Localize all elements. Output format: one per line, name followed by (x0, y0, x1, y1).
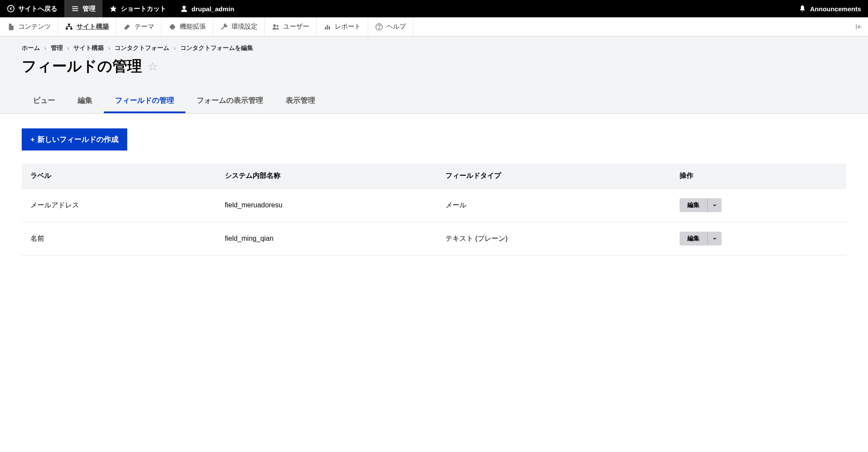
admin-configuration-label: 環境設定 (231, 23, 257, 31)
page-title-row: フィールドの管理 ☆ (22, 56, 846, 76)
content-region: + 新しいフィールドの作成 ラベル システム内部名称 フィールドタイプ 操作 メ… (0, 114, 868, 270)
shortcuts-label: ショートカット (121, 5, 166, 13)
admin-reports-label: レポート (335, 23, 361, 31)
breadcrumb-item[interactable]: コンタクトフォーム (115, 44, 169, 52)
cell-label: メールアドレス (22, 189, 216, 222)
star-icon (109, 5, 117, 13)
breadcrumb-separator: › (174, 45, 176, 52)
admin-people-label: ユーザー (283, 23, 309, 31)
help-icon (375, 23, 383, 31)
bell-icon (799, 5, 806, 13)
shortcut-star-icon[interactable]: ☆ (147, 59, 158, 74)
chevron-left-circle-icon (7, 5, 15, 13)
svg-marker-4 (110, 6, 117, 12)
user-link[interactable]: drupal_admin (173, 0, 241, 17)
admin-reports[interactable]: レポート (317, 17, 368, 36)
toolbar-top: サイトへ戻る 管理 ショートカット drupal_admin Announcem… (0, 0, 868, 17)
fields-table: ラベル システム内部名称 フィールドタイプ 操作 メールアドレス field_m… (22, 164, 846, 255)
edit-button[interactable]: 編集 (680, 198, 707, 212)
admin-content-label: コンテンツ (18, 23, 51, 31)
admin-structure[interactable]: サイト構築 (58, 17, 116, 36)
breadcrumb: ホーム › 管理 › サイト構築 › コンタクトフォーム › コンタクトフォーム… (22, 44, 846, 52)
svg-rect-16 (327, 25, 328, 29)
tab-form-display[interactable]: フォームの表示管理 (185, 89, 274, 113)
cell-operations: 編集 (671, 222, 846, 255)
announcements-link[interactable]: Announcements (792, 0, 868, 17)
collapse-icon (855, 23, 863, 31)
th-operations: 操作 (671, 164, 846, 189)
tab-view[interactable]: ビュー (22, 89, 66, 113)
admin-extend[interactable]: 機能拡張 (162, 17, 213, 36)
breadcrumb-item[interactable]: コンタクトフォームを編集 (180, 44, 253, 52)
file-icon (7, 23, 15, 31)
create-field-button[interactable]: + 新しいフィールドの作成 (22, 128, 127, 151)
tab-edit[interactable]: 編集 (66, 89, 104, 113)
svg-point-13 (273, 24, 276, 27)
th-field-type: フィールドタイプ (437, 164, 671, 189)
admin-people[interactable]: ユーザー (265, 17, 317, 36)
svg-rect-17 (329, 26, 330, 29)
create-field-label: 新しいフィールドの作成 (37, 134, 119, 144)
people-icon (272, 23, 280, 31)
admin-help[interactable]: ヘルプ (368, 17, 413, 36)
sitemap-icon (65, 23, 73, 31)
dropbutton-toggle[interactable] (707, 232, 722, 246)
paintbrush-icon (123, 23, 131, 31)
tab-manage-fields[interactable]: フィールドの管理 (104, 89, 185, 113)
back-to-site-label: サイトへ戻る (18, 5, 57, 13)
page-title: フィールドの管理 (22, 56, 142, 76)
admin-appearance-label: テーマ (135, 23, 154, 31)
primary-tabs: ビュー 編集 フィールドの管理 フォームの表示管理 表示管理 (22, 89, 846, 113)
operations-dropbutton: 編集 (680, 198, 722, 212)
operations-dropbutton: 編集 (680, 232, 722, 246)
breadcrumb-separator: › (108, 45, 110, 52)
admin-content[interactable]: コンテンツ (0, 17, 58, 36)
th-machine-name: システム内部名称 (216, 164, 437, 189)
svg-rect-15 (325, 27, 326, 29)
user-label: drupal_admin (191, 5, 234, 13)
breadcrumb-separator: › (44, 45, 46, 52)
toolbar-orientation-toggle[interactable] (850, 23, 868, 31)
cell-machine-name: field_ming_qian (216, 222, 437, 255)
svg-point-14 (277, 25, 279, 27)
svg-point-19 (379, 28, 380, 29)
edit-button[interactable]: 編集 (680, 232, 707, 246)
breadcrumb-item[interactable]: サイト構築 (73, 44, 104, 52)
back-to-site-link[interactable]: サイトへ戻る (0, 0, 64, 17)
svg-rect-7 (66, 28, 68, 29)
admin-menu: コンテンツ サイト構築 テーマ 機能拡張 環境設定 ユーザー レポート ヘルプ (0, 17, 868, 36)
manage-toggle[interactable]: 管理 (64, 0, 102, 17)
table-row: 名前 field_ming_qian テキスト (プレーン) 編集 (22, 222, 846, 255)
manage-label: 管理 (83, 5, 96, 13)
admin-configuration[interactable]: 環境設定 (213, 17, 265, 36)
svg-point-5 (182, 6, 186, 9)
cell-field-type: テキスト (プレーン) (437, 222, 671, 255)
puzzle-icon (168, 23, 176, 31)
announcements-label: Announcements (810, 5, 861, 13)
wrench-icon (220, 23, 228, 31)
admin-appearance[interactable]: テーマ (116, 17, 162, 36)
breadcrumb-item[interactable]: 管理 (51, 44, 63, 52)
svg-rect-6 (68, 23, 70, 25)
dropbutton-toggle[interactable] (707, 198, 722, 212)
table-row: メールアドレス field_meruadoresu メール 編集 (22, 189, 846, 222)
svg-rect-8 (70, 28, 73, 29)
tab-display[interactable]: 表示管理 (274, 89, 327, 113)
header-region: ホーム › 管理 › サイト構築 › コンタクトフォーム › コンタクトフォーム… (0, 36, 868, 114)
user-icon (180, 5, 188, 13)
shortcuts-link[interactable]: ショートカット (102, 0, 173, 17)
chevron-down-icon (712, 203, 717, 208)
chevron-down-icon (712, 236, 717, 241)
admin-structure-label: サイト構築 (76, 23, 109, 31)
cell-operations: 編集 (671, 189, 846, 222)
cell-label: 名前 (22, 222, 216, 255)
cell-machine-name: field_meruadoresu (216, 189, 437, 222)
svg-point-0 (8, 6, 14, 12)
th-label: ラベル (22, 164, 216, 189)
breadcrumb-separator: › (67, 45, 69, 52)
hamburger-icon (71, 5, 79, 13)
bar-chart-icon (323, 23, 331, 31)
breadcrumb-item[interactable]: ホーム (22, 44, 40, 52)
plus-icon: + (30, 135, 35, 144)
cell-field-type: メール (437, 189, 671, 222)
